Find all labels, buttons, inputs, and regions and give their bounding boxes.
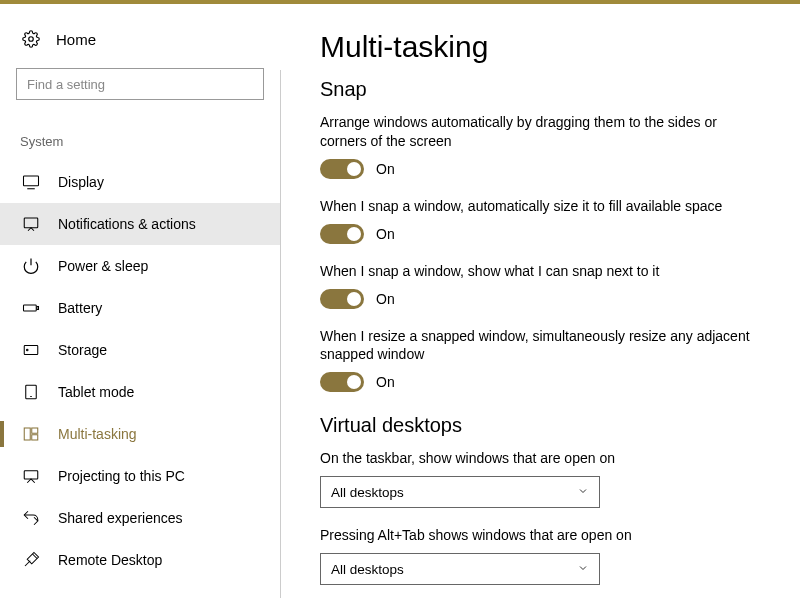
sidebar-item-power-sleep[interactable]: Power & sleep: [0, 245, 280, 287]
select-alttab-windows[interactable]: All desktops: [320, 553, 600, 585]
sidebar-item-notifications[interactable]: Notifications & actions: [0, 203, 280, 245]
toggle-state: On: [376, 161, 395, 177]
setting-label: Pressing Alt+Tab shows windows that are …: [320, 526, 750, 545]
shared-icon: [22, 509, 40, 527]
setting-snap-resize: When I resize a snapped window, simultan…: [320, 327, 764, 393]
toggle-state: On: [376, 226, 395, 242]
sidebar-item-label: Remote Desktop: [58, 552, 162, 568]
setting-label: When I resize a snapped window, simultan…: [320, 327, 750, 365]
setting-snap-assist: When I snap a window, show what I can sn…: [320, 262, 764, 309]
svg-rect-3: [24, 218, 38, 228]
storage-icon: [22, 341, 40, 359]
setting-alttab-windows: Pressing Alt+Tab shows windows that are …: [320, 526, 764, 585]
chevron-down-icon: [577, 562, 589, 577]
multitasking-icon: [22, 425, 40, 443]
select-value: All desktops: [331, 562, 404, 577]
setting-taskbar-windows: On the taskbar, show windows that are op…: [320, 449, 764, 508]
sidebar-nav: Display Notifications & actions Power & …: [0, 161, 280, 581]
svg-rect-1: [24, 176, 39, 186]
section-snap-heading: Snap: [320, 78, 764, 101]
select-value: All desktops: [331, 485, 404, 500]
sidebar-item-label: Projecting to this PC: [58, 468, 185, 484]
setting-snap-arrange: Arrange windows automatically by draggin…: [320, 113, 764, 179]
sidebar-item-remote-desktop[interactable]: Remote Desktop: [0, 539, 280, 581]
setting-label: When I snap a window, show what I can sn…: [320, 262, 750, 281]
sidebar-item-tablet-mode[interactable]: Tablet mode: [0, 371, 280, 413]
chevron-down-icon: [577, 485, 589, 500]
section-virtual-desktops-heading: Virtual desktops: [320, 414, 764, 437]
remote-icon: [22, 551, 40, 569]
sidebar-group-system: System: [0, 104, 280, 161]
toggle-switch[interactable]: [320, 159, 364, 179]
notifications-icon: [22, 215, 40, 233]
sidebar: Home System Display Notifications & acti…: [0, 4, 280, 598]
svg-rect-4: [24, 305, 37, 311]
toggle-state: On: [376, 374, 395, 390]
sidebar-item-shared-experiences[interactable]: Shared experiences: [0, 497, 280, 539]
toggle-switch[interactable]: [320, 289, 364, 309]
home-button[interactable]: Home: [0, 30, 280, 58]
select-taskbar-windows[interactable]: All desktops: [320, 476, 600, 508]
sidebar-item-multitasking[interactable]: Multi-tasking: [0, 413, 280, 455]
home-label: Home: [56, 31, 96, 48]
sidebar-item-battery[interactable]: Battery: [0, 287, 280, 329]
svg-point-7: [27, 349, 29, 351]
sidebar-item-label: Storage: [58, 342, 107, 358]
svg-rect-13: [24, 471, 38, 479]
tablet-icon: [22, 383, 40, 401]
toggle-switch[interactable]: [320, 372, 364, 392]
sidebar-item-label: Battery: [58, 300, 102, 316]
sidebar-item-projecting[interactable]: Projecting to this PC: [0, 455, 280, 497]
toggle-switch[interactable]: [320, 224, 364, 244]
sidebar-item-label: Tablet mode: [58, 384, 134, 400]
svg-point-0: [29, 37, 34, 42]
setting-snap-fill: When I snap a window, automatically size…: [320, 197, 764, 244]
setting-label: On the taskbar, show windows that are op…: [320, 449, 750, 468]
sidebar-item-storage[interactable]: Storage: [0, 329, 280, 371]
gear-icon: [22, 30, 40, 48]
svg-rect-12: [32, 435, 38, 440]
sidebar-item-label: Display: [58, 174, 104, 190]
battery-icon: [22, 299, 40, 317]
setting-label: When I snap a window, automatically size…: [320, 197, 750, 216]
settings-content: Multi-tasking Snap Arrange windows autom…: [280, 4, 800, 598]
search-input[interactable]: [16, 68, 264, 100]
setting-label: Arrange windows automatically by draggin…: [320, 113, 750, 151]
svg-rect-11: [32, 428, 38, 433]
sidebar-item-label: Multi-tasking: [58, 426, 137, 442]
svg-rect-5: [37, 307, 39, 310]
sidebar-item-label: Notifications & actions: [58, 216, 196, 232]
svg-rect-10: [24, 428, 30, 440]
toggle-state: On: [376, 291, 395, 307]
display-icon: [22, 173, 40, 191]
projecting-icon: [22, 467, 40, 485]
sidebar-item-label: Shared experiences: [58, 510, 183, 526]
sidebar-item-display[interactable]: Display: [0, 161, 280, 203]
vertical-divider: [280, 70, 281, 598]
sidebar-item-label: Power & sleep: [58, 258, 148, 274]
power-icon: [22, 257, 40, 275]
page-title: Multi-tasking: [320, 30, 764, 64]
